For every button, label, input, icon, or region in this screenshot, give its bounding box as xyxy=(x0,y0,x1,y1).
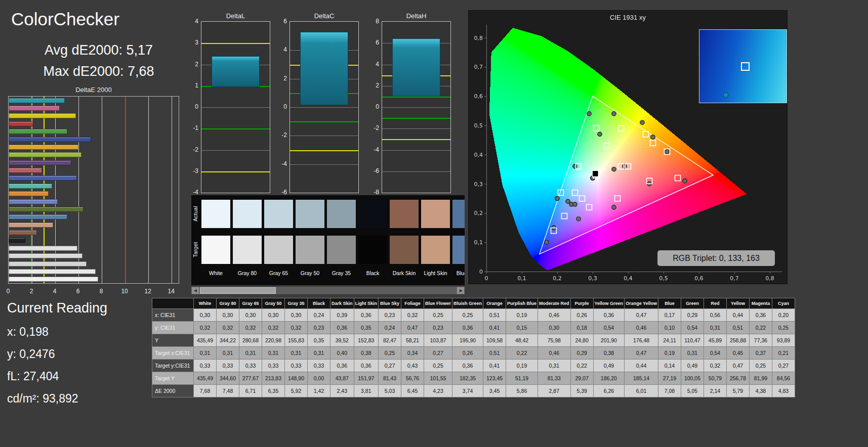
table-cell: 81,43 xyxy=(379,372,401,385)
gridline xyxy=(382,107,450,108)
table-cell: 5,39 xyxy=(570,385,593,397)
table-cell: 0,36 xyxy=(749,309,772,322)
table-cell: 0,26 xyxy=(452,347,483,360)
table-cell: 0,40 xyxy=(330,347,354,360)
swatch-panel: Actual Target WhiteGray 80Gray 65Gray 50… xyxy=(191,195,465,285)
de-bar-magenta xyxy=(9,106,60,111)
table-cell: 0,31 xyxy=(538,360,571,372)
swatch-target-dark-skin xyxy=(390,236,419,264)
table-cell: 0,46 xyxy=(538,309,571,322)
reference-line xyxy=(125,97,126,283)
table-cell: 3,81 xyxy=(354,385,379,397)
table-cell: 258,88 xyxy=(726,334,749,347)
table-cell: 82,47 xyxy=(379,334,401,347)
swatch-target-blue-sky xyxy=(452,236,465,264)
table-cell: 0,15 xyxy=(506,322,538,334)
table-corner-cell xyxy=(152,298,194,309)
x-axis-tick-label: 8 xyxy=(100,288,103,295)
y-axis-tick-label: 6 xyxy=(370,39,379,46)
column-header-purple: Purple xyxy=(570,298,593,309)
y-axis-tick-label: 0 xyxy=(190,103,198,110)
table-cell: 155,83 xyxy=(285,334,308,347)
y-axis-tick-label: 4 xyxy=(278,46,287,53)
de-bar-blue-flower xyxy=(9,199,58,204)
table-cell: 109,58 xyxy=(483,334,506,347)
swatch-scrollbar[interactable] xyxy=(191,287,465,294)
table-cell: 0,33 xyxy=(194,360,217,372)
swatch-actual-blue-sky xyxy=(452,200,465,228)
table-cell: 0,41 xyxy=(483,322,506,334)
table-cell: 0,33 xyxy=(262,360,285,372)
table-cell: 0,33 xyxy=(308,360,330,372)
de-bar-yellow xyxy=(9,113,76,118)
table-cell: 220,98 xyxy=(262,334,285,347)
swatch-target-gray-50 xyxy=(296,236,324,264)
column-header-light-skin: Light Skin xyxy=(354,298,379,309)
plot-area xyxy=(290,21,359,193)
gridline xyxy=(382,128,450,129)
delta-charts-group: DeltaL 43210-1-2-3-4 DeltaC 6420-2-4-6 D… xyxy=(190,12,458,197)
table-cell: 0,00 xyxy=(308,372,330,385)
column-header-moderate-red: Moderate Red xyxy=(538,298,571,309)
y-axis-tick-label: -8 xyxy=(370,189,379,196)
cie-zoom-inset xyxy=(699,29,787,103)
table-cell: 2,43 xyxy=(330,385,354,397)
column-header-gray-65: Gray 65 xyxy=(239,298,262,309)
table-cell: 5,86 xyxy=(506,385,538,397)
de-bar-foliage xyxy=(9,207,84,212)
avg-de2000-stat: Avg dE2000: 5,17 xyxy=(15,42,182,58)
row-label: x: CIE31 xyxy=(152,309,194,322)
y-axis-tick-label: -4 xyxy=(190,189,198,196)
table-cell: 280,68 xyxy=(239,334,262,347)
table-cell: 27,19 xyxy=(658,372,681,385)
table-cell: 123,45 xyxy=(483,372,506,385)
table-cell: 2,87 xyxy=(538,385,571,397)
column-header-cyan: Cyan xyxy=(772,298,795,309)
table-cell: 0,19 xyxy=(658,347,681,360)
x-axis-tick-label: 12 xyxy=(144,288,151,295)
table-cell: 0,56 xyxy=(704,309,726,322)
table-cell: 0,30 xyxy=(538,322,571,334)
table-cell: 0,17 xyxy=(658,309,681,322)
page-title: ColorChecker xyxy=(11,9,119,29)
table-cell: 186,20 xyxy=(593,372,625,385)
table-cell: 0,29 xyxy=(570,347,593,360)
table-row: Y435,49344,22280,68220,98155,830,3539,52… xyxy=(152,334,795,347)
table-cell: 0,23 xyxy=(424,322,452,334)
table-cell: 344,60 xyxy=(217,372,239,385)
reference-line xyxy=(382,97,450,98)
y-axis: 86420-2-4-6-8 xyxy=(370,12,380,197)
swatch-column-label: Dark Skin xyxy=(390,270,419,276)
swatch-target-gray-35 xyxy=(327,236,356,264)
gridline xyxy=(148,97,149,283)
scroll-right-button[interactable] xyxy=(457,287,465,294)
table-cell: 0,22 xyxy=(749,322,772,334)
table-cell: 0,39 xyxy=(330,309,354,322)
row-label: Target Y xyxy=(152,372,194,385)
gridline xyxy=(201,150,270,151)
x-axis-tick-label: 6 xyxy=(76,288,80,295)
swatch-actual-gray-80 xyxy=(233,200,262,228)
swatch-column-label: Gray 80 xyxy=(233,270,262,276)
scrollbar-thumb[interactable] xyxy=(200,287,276,294)
swatch-grid: WhiteGray 80Gray 65Gray 50Gray 35BlackDa… xyxy=(191,195,465,285)
table-cell: 185,14 xyxy=(625,372,658,385)
de-bar-purple xyxy=(9,160,71,165)
de-bar-dark-skin xyxy=(9,230,37,235)
table-cell: 0,35 xyxy=(308,334,330,347)
swatch-actual-light-skin xyxy=(421,200,450,228)
scroll-left-button[interactable] xyxy=(191,287,199,294)
swatch-target-gray-80 xyxy=(233,236,262,264)
de-bar-gray-80 xyxy=(9,269,96,274)
x-axis-tick-label: 2 xyxy=(30,288,33,295)
column-header-red: Red xyxy=(704,298,726,309)
column-header-purplish-blue: Purplish Blue xyxy=(506,298,538,309)
de-bar-purplish-blue xyxy=(9,175,77,181)
y-axis-tick-label: 2 xyxy=(190,61,198,68)
y-axis-tick-label: -2 xyxy=(278,131,287,139)
column-header-white: White xyxy=(194,298,217,309)
de-bar-red xyxy=(9,121,33,126)
table-cell: 0,27 xyxy=(379,360,401,372)
reference-line xyxy=(201,128,270,129)
swatch-column-label: Gray 50 xyxy=(296,270,324,276)
